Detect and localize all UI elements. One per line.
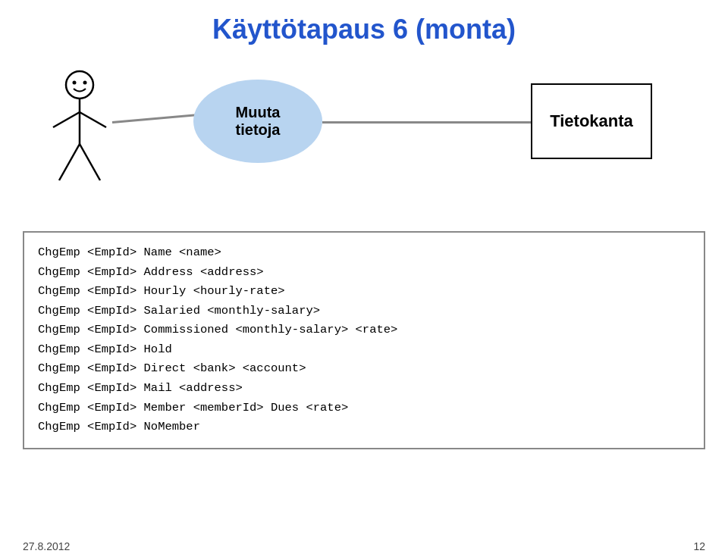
svg-line-7: [80, 144, 100, 180]
svg-line-4: [53, 112, 80, 127]
svg-line-6: [59, 144, 80, 180]
arrow-line-left: [112, 114, 197, 124]
code-line: ChgEmp <EmpId> Salaried <monthly-salary>: [38, 302, 690, 321]
diagram-area: Muuta tietoja Tietokanta: [0, 53, 728, 227]
code-block: ChgEmp <EmpId> Name <name>ChgEmp <EmpId>…: [23, 231, 705, 449]
code-line: ChgEmp <EmpId> Hold: [38, 340, 690, 360]
code-line: ChgEmp <EmpId> NoMember: [38, 418, 690, 437]
footer-page: 12: [693, 540, 705, 552]
code-line: ChgEmp <EmpId> Mail <address>: [38, 379, 690, 399]
oval-muuta-tietoja: Muuta tietoja: [193, 80, 322, 163]
code-line: ChgEmp <EmpId> Address <address>: [38, 263, 690, 283]
stick-figure: [46, 68, 114, 192]
svg-point-1: [73, 81, 77, 85]
page-title: Käyttötapaus 6 (monta): [0, 0, 728, 53]
arrow-line-right: [322, 121, 532, 124]
svg-point-2: [83, 81, 87, 85]
code-line: ChgEmp <EmpId> Hourly <hourly-rate>: [38, 282, 690, 302]
code-line: ChgEmp <EmpId> Member <memberId> Dues <r…: [38, 399, 690, 418]
svg-point-0: [66, 71, 93, 99]
code-line: ChgEmp <EmpId> Name <name>: [38, 243, 690, 263]
footer-date: 27.8.2012: [23, 540, 70, 552]
code-line: ChgEmp <EmpId> Commissioned <monthly-sal…: [38, 321, 690, 340]
tietokanta-box: Tietokanta: [531, 83, 652, 159]
footer: 27.8.2012 12: [23, 540, 705, 552]
svg-line-5: [80, 112, 106, 127]
code-line: ChgEmp <EmpId> Direct <bank> <account>: [38, 359, 690, 379]
